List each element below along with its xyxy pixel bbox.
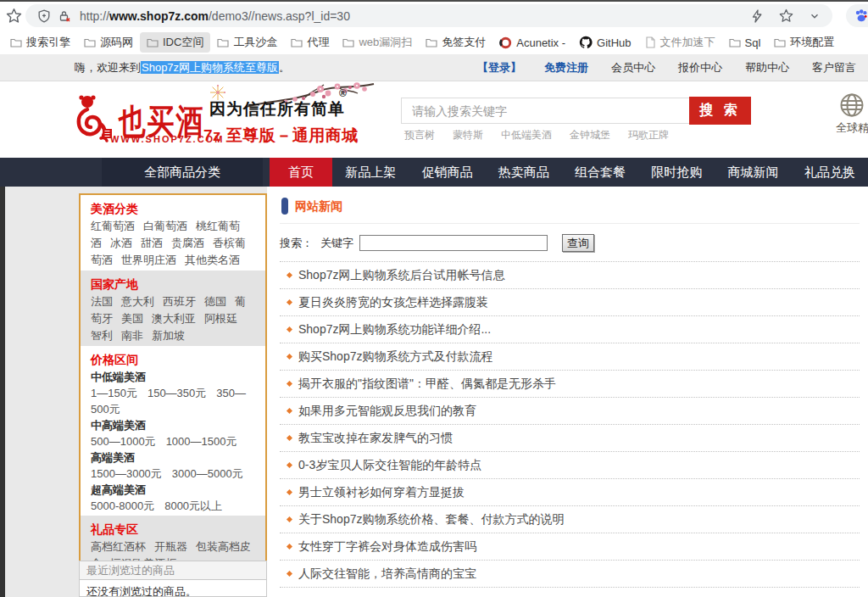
news-link[interactable]: Shop7z网上购物系统功能详细介绍... xyxy=(298,322,491,336)
sidebar-link[interactable]: 世界明庄酒 xyxy=(121,254,176,266)
site-search-input[interactable] xyxy=(401,98,690,124)
news-link[interactable]: Shop7z网上购物系统后台试用帐号信息 xyxy=(298,268,504,282)
url-text[interactable]: http://www.shop7z.com/demo3//news.asp?l_… xyxy=(80,9,350,23)
sidebar-link[interactable]: 智利 xyxy=(91,329,113,342)
sidebar-link[interactable]: 红葡萄酒 xyxy=(91,220,135,232)
bookmark-item-highlighted[interactable]: IDC空间 xyxy=(140,32,210,53)
news-link[interactable]: 关于Shop7z购物系统价格、套餐、付款方式的说明 xyxy=(298,512,564,526)
news-item[interactable]: 夏日炎炎胯宽的女孩怎样选择露腹装 xyxy=(280,289,860,316)
sidebar-link[interactable]: 8000元以上 xyxy=(164,499,222,512)
hot-search-link[interactable]: 玛歌正牌 xyxy=(628,128,669,142)
register-link[interactable]: 免费注册 xyxy=(544,60,588,75)
news-link[interactable]: 夏日炎炎胯宽的女孩怎样选择露腹装 xyxy=(298,295,488,309)
nav-item-new[interactable]: 新品上架 xyxy=(332,158,409,187)
sidebar-link[interactable]: 甜酒 xyxy=(141,237,163,249)
news-item[interactable]: 教宝宝改掉在家发脾气的习惯 xyxy=(280,425,860,452)
help-center-link[interactable]: 帮助中心 xyxy=(745,60,789,75)
global-label[interactable]: 全球精品 xyxy=(836,120,868,136)
sidebar-link[interactable]: 贵腐酒 xyxy=(171,237,204,249)
news-item[interactable]: Shop7z网上购物系统功能详细介绍... xyxy=(280,316,860,343)
nav-item-news[interactable]: 商城新闻 xyxy=(715,158,791,187)
bookmark-item[interactable]: 源码网 xyxy=(77,32,140,53)
news-link[interactable]: 教宝宝改掉在家发脾气的习惯 xyxy=(298,431,453,444)
feedback-link[interactable]: 客户留言 xyxy=(812,60,856,75)
sidebar-link[interactable]: 150—350元 xyxy=(147,387,206,399)
nav-item-combo[interactable]: 组合套餐 xyxy=(562,158,638,187)
hot-search-link[interactable]: 预言树 xyxy=(404,128,435,142)
chevron-down-icon[interactable] xyxy=(809,10,821,22)
news-item[interactable]: 购买Shop7z购物系统方式及付款流程 xyxy=(280,343,860,371)
globe-icon[interactable] xyxy=(839,92,865,118)
sidebar-link[interactable]: 意大利 xyxy=(121,295,154,308)
news-link[interactable]: 如果用多元智能观反思我们的教育 xyxy=(298,404,476,417)
news-item[interactable]: 关于Shop7z购物系统价格、套餐、付款方式的说明 xyxy=(280,506,860,533)
sidebar-link[interactable]: 其他类名酒 xyxy=(185,254,240,266)
favorite-star-icon[interactable] xyxy=(779,8,793,23)
sidebar-link[interactable]: 1500—3000元 xyxy=(91,467,162,480)
keyword-input[interactable] xyxy=(359,235,548,251)
bookmark-item[interactable]: Acunetix - xyxy=(492,34,572,52)
monkey-logo-icon[interactable] xyxy=(72,92,114,146)
sidebar-link[interactable]: 南非 xyxy=(121,329,143,342)
tracking-shield-icon[interactable] xyxy=(37,9,51,23)
news-item[interactable]: 如果用多元智能观反思我们的教育 xyxy=(280,398,860,425)
bookmark-item[interactable]: 文件加速下 xyxy=(638,32,722,53)
bookmark-item[interactable]: 搜索引擎 xyxy=(3,32,77,53)
flash-icon[interactable] xyxy=(750,9,764,23)
sidebar-link[interactable]: 1—150元 xyxy=(91,387,137,399)
nav-item-hot[interactable]: 热卖商品 xyxy=(486,158,562,187)
query-button[interactable]: 查询 xyxy=(562,234,594,252)
news-link[interactable]: 0-3岁宝贝人际交往智能的年龄特点 xyxy=(298,458,481,471)
sidebar-link[interactable]: 5000-8000元 xyxy=(91,499,154,512)
nav-item-home[interactable]: 首页 xyxy=(270,158,332,187)
sidebar-link[interactable]: 500—1000元 xyxy=(91,435,156,448)
sidebar-link[interactable]: 德国 xyxy=(204,295,226,308)
sidebar-link[interactable]: 3000—5000元 xyxy=(172,467,243,480)
news-item[interactable]: 男士立领衬衫如何穿着方显挺拔 xyxy=(280,479,860,506)
bookmark-item[interactable]: 免签支付 xyxy=(419,32,492,53)
all-categories-button[interactable]: 全部商品分类 xyxy=(102,158,263,187)
bookmark-item[interactable]: 代理 xyxy=(284,32,336,53)
news-link[interactable]: 揭开衣服的"指纹图谱"：甲醛、偶氮都是无形杀手 xyxy=(298,377,556,390)
bookmark-item[interactable]: Sql xyxy=(722,34,768,52)
extension-pill[interactable] xyxy=(846,4,868,27)
bookmark-star-icon[interactable] xyxy=(6,8,22,24)
login-link[interactable]: 【登录】 xyxy=(477,60,521,75)
quote-center-link[interactable]: 报价中心 xyxy=(678,60,722,75)
sidebar-link[interactable]: 1000—1500元 xyxy=(166,435,237,448)
sidebar-link[interactable]: 开瓶器 xyxy=(154,540,187,553)
hot-search-link[interactable]: 中低端美酒 xyxy=(501,128,552,142)
bookmark-item[interactable]: 环境配置 xyxy=(767,32,841,53)
news-item[interactable]: 人际交往智能，培养高情商的宝宝 xyxy=(280,561,860,588)
bookmark-item[interactable]: GitHub xyxy=(572,33,637,52)
hot-search-link[interactable]: 蒙特斯 xyxy=(453,128,483,142)
address-bar[interactable]: http://www.shop7z.com/demo3//news.asp?l_… xyxy=(25,4,832,27)
sidebar-link[interactable]: 法国 xyxy=(91,295,113,308)
news-item[interactable]: 0-3岁宝贝人际交往智能的年龄特点 xyxy=(280,452,860,479)
news-item[interactable]: 揭开衣服的"指纹图谱"：甲醛、偶氮都是无形杀手 xyxy=(280,371,860,398)
hot-search-link[interactable]: 金钟城堡 xyxy=(570,128,610,142)
nav-item-gift[interactable]: 礼品兑换 xyxy=(792,158,868,187)
nav-item-promo[interactable]: 促销商品 xyxy=(409,158,485,187)
sidebar-link[interactable]: 新加坡 xyxy=(152,329,185,342)
sidebar-link[interactable]: 白葡萄酒 xyxy=(143,220,187,232)
sidebar-link[interactable]: 西班牙 xyxy=(163,295,196,308)
sidebar-link[interactable]: 冰酒 xyxy=(110,237,132,249)
news-link[interactable]: 人际交往智能，培养高情商的宝宝 xyxy=(298,566,476,580)
sidebar-link[interactable]: 美国 xyxy=(121,312,143,325)
lock-insecure-icon[interactable] xyxy=(58,9,71,23)
site-search-button[interactable]: 搜 索 xyxy=(689,97,751,125)
news-item[interactable]: Shop7z网上购物系统后台试用帐号信息 xyxy=(280,262,860,289)
news-item[interactable]: 女性穿丁字裤会对身体造成伤害吗 xyxy=(280,533,860,561)
news-link[interactable]: 女性穿丁字裤会对身体造成伤害吗 xyxy=(298,539,476,553)
nav-item-flash[interactable]: 限时抢购 xyxy=(638,158,715,187)
news-link[interactable]: 购买Shop7z购物系统方式及付款流程 xyxy=(298,349,492,363)
sidebar-link[interactable]: 阿根廷 xyxy=(204,312,237,325)
sidebar-link[interactable]: 高档红酒杯 xyxy=(91,540,146,553)
paw-icon[interactable] xyxy=(854,8,868,24)
news-link[interactable]: 男士立领衬衫如何穿着方显挺拔 xyxy=(298,485,465,499)
sidebar-link[interactable]: 澳大利亚 xyxy=(152,312,196,325)
member-center-link[interactable]: 会员中心 xyxy=(611,60,655,75)
bookmark-item[interactable]: web漏洞扫 xyxy=(336,32,419,53)
bookmark-item[interactable]: 工具沙盒 xyxy=(210,32,284,53)
